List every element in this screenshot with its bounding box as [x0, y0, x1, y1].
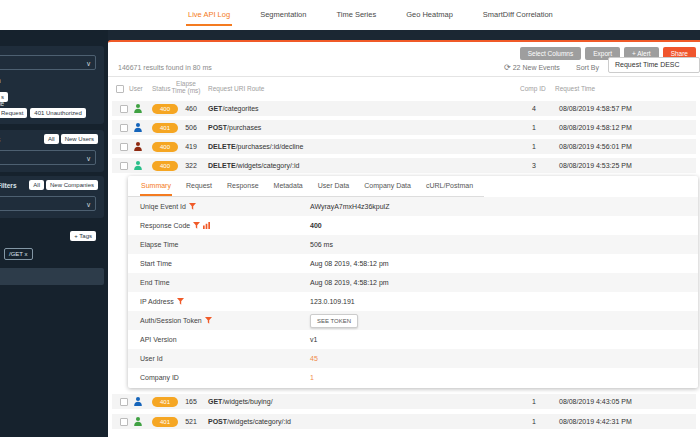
field-label: Start Time — [140, 254, 172, 273]
row-checkbox[interactable] — [120, 143, 128, 151]
tag-chip-get[interactable]: /GET x — [4, 248, 33, 260]
filter-icon[interactable] — [193, 217, 200, 236]
field-label: End Time — [140, 273, 170, 292]
new-events-refresh[interactable]: ⟳22 New Events — [504, 63, 560, 72]
user-id-link[interactable]: 45 — [310, 349, 318, 368]
row-checkbox[interactable] — [120, 398, 128, 406]
comp-id-value: 4 — [524, 101, 544, 116]
status-badge: 401 — [152, 417, 178, 427]
filter-label-fragment-1: n — [0, 77, 1, 84]
route-value: GET/categorites — [208, 101, 259, 116]
tab-request[interactable]: Request — [185, 182, 213, 196]
event-detail-panel: Summary Request Response Metadata User D… — [128, 176, 698, 388]
row-checkbox[interactable] — [120, 418, 128, 426]
col-comp-id: Comp ID — [520, 85, 546, 92]
tab-segmentation[interactable]: Segmentation — [258, 4, 308, 26]
http-method: POST — [208, 418, 227, 425]
refresh-icon: ⟳ — [504, 63, 511, 72]
tag-chip-close-icon[interactable]: x — [25, 251, 28, 257]
select-columns-button[interactable]: Select Columns — [520, 47, 582, 60]
field-api-version: API Version v1 — [128, 330, 698, 349]
field-unique-event-id: Uniqe Event Id AWyrayA7mxH4z36kpulZ — [128, 197, 698, 216]
filter-icon[interactable] — [205, 312, 212, 331]
tags-section: + Tags /GET x — [0, 222, 104, 262]
request-time-value: 08/08/2019 4:58:12 PM — [559, 120, 632, 135]
field-value: 123.0.109.191 — [310, 292, 355, 311]
tab-live-api-log[interactable]: Live API Log — [186, 4, 232, 26]
tab-response[interactable]: Response — [226, 182, 260, 196]
col-elapse-time: Elapse Time (ms) — [170, 80, 202, 94]
sort-order-select[interactable]: Request Time DESC — [608, 57, 700, 73]
tab-user-data[interactable]: User Data — [317, 182, 351, 196]
chevron-down-icon: ∨ — [86, 198, 91, 211]
top-nav: Live API Log Segmentation Time Series Ge… — [0, 0, 700, 30]
status-badge: 401 — [152, 397, 178, 407]
log-card: Select Columns Export + Alert Share 1466… — [108, 40, 700, 437]
tab-geo-heatmap[interactable]: Geo Heatmap — [404, 4, 455, 26]
uri-route: /widgets/category/:id — [236, 162, 300, 169]
tab-curl-postman[interactable]: cURL/Postman — [425, 182, 474, 196]
table-row[interactable]: 401 521 POST/widgets/category/:id 1 08/0… — [112, 414, 696, 429]
row-checkbox[interactable] — [120, 162, 128, 170]
user-icon — [134, 397, 142, 406]
chevron-down-icon: ∨ — [86, 152, 91, 165]
table-row[interactable]: 401 506 POST/purchases 1 08/08/2019 4:58… — [112, 120, 696, 135]
companies-toggle-new[interactable]: New Companies — [46, 180, 98, 190]
request-time-value: 08/08/2019 4:53:25 PM — [559, 158, 632, 173]
field-label: Uniqe Event Id — [140, 197, 196, 217]
status-badge: 400 — [152, 104, 178, 114]
comp-id-value: 1 — [524, 394, 544, 409]
filter-panel-users: s All New Users ∨ — [0, 130, 104, 172]
users-toggle-new[interactable]: New Users — [61, 134, 98, 144]
select-all-checkbox[interactable] — [116, 85, 124, 93]
field-label: IP Address — [140, 292, 184, 312]
tab-smartdiff-correlation[interactable]: SmartDiff Correlation — [481, 4, 555, 26]
bar-chart-icon[interactable] — [203, 217, 210, 236]
filter-icon[interactable] — [189, 198, 196, 217]
company-id-link[interactable]: 1 — [310, 368, 314, 387]
table-header: User Status Elapse Time (ms) Request URI… — [108, 77, 700, 100]
user-icon — [134, 104, 142, 113]
users-dropdown[interactable]: ∨ — [0, 150, 96, 165]
elapse-value: 521 — [178, 414, 204, 429]
row-checkbox[interactable] — [120, 105, 128, 113]
elapse-value: 419 — [178, 139, 204, 154]
request-time-value: 08/08/2019 4:42:31 PM — [559, 414, 632, 429]
field-end-time: End Time Aug 08 2019, 4:58:12 pm — [128, 273, 698, 292]
collapsed-section-bar[interactable] — [0, 268, 104, 285]
filter-dropdown-1[interactable]: ∨ — [0, 55, 96, 70]
companies-label-fragment: Filters — [0, 182, 17, 189]
add-tags-button[interactable]: + Tags — [70, 231, 96, 241]
field-value: Aug 08 2019, 4:58:12 pm — [310, 254, 389, 273]
field-ip-address: IP Address 123.0.109.191 — [128, 292, 698, 311]
field-label: Response Code — [140, 216, 210, 236]
table-row[interactable]: 400 419 DELETE/purchases/:id/decline 1 0… — [112, 139, 696, 154]
tab-time-series[interactable]: Time Series — [334, 4, 378, 26]
filter-chip-401-unauthorized[interactable]: 401 Unauthorized — [30, 108, 85, 118]
filter-chip-request[interactable]: Request — [0, 108, 27, 118]
tab-metadata[interactable]: Metadata — [273, 182, 304, 196]
uri-route: /widgets/buying/ — [222, 398, 272, 405]
table-row[interactable]: 400 460 GET/categorites 4 08/08/2019 4:5… — [112, 101, 696, 116]
route-value: POST/purchases — [208, 120, 261, 135]
companies-toggle: All New Companies — [29, 180, 98, 190]
filter-icon[interactable] — [177, 293, 184, 312]
tab-company-data[interactable]: Company Data — [363, 182, 412, 196]
field-label: Elapse Time — [140, 235, 179, 254]
field-label: Auth/Session Token — [140, 311, 212, 331]
row-checkbox[interactable] — [120, 124, 128, 132]
users-toggle-all[interactable]: All — [44, 134, 59, 144]
http-method: POST — [208, 124, 227, 131]
route-value: DELETE/purchases/:id/decline — [208, 139, 303, 154]
table-row[interactable]: 401 165 GET/widgets/buying/ 1 08/08/2019… — [112, 394, 696, 409]
route-value: GET/widgets/buying/ — [208, 394, 273, 409]
table-row-expanded[interactable]: 400 322 DELETE/widgets/category/:id 3 08… — [112, 158, 696, 173]
request-time-value: 08/08/2019 4:43:05 PM — [559, 394, 632, 409]
filter-panel-request: ∨ n s de Request 401 Unauthorized — [0, 46, 104, 124]
see-token-button[interactable]: SEE TOKEN — [310, 314, 358, 328]
http-method: GET — [208, 398, 222, 405]
tab-summary[interactable]: Summary — [140, 182, 172, 196]
field-company-id: Company ID 1 — [128, 368, 698, 387]
companies-dropdown[interactable]: ∨ — [0, 196, 96, 211]
companies-toggle-all[interactable]: All — [29, 180, 44, 190]
